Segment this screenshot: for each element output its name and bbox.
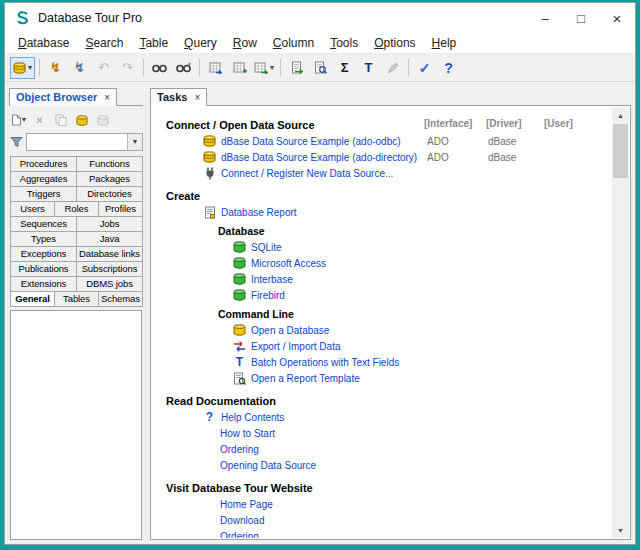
opening-data-source-link[interactable]: Opening Data Source bbox=[220, 460, 316, 471]
category-directories[interactable]: Directories bbox=[76, 186, 143, 202]
refresh-objects-button[interactable] bbox=[94, 112, 111, 129]
category-dbms-jobs[interactable]: DBMS jobs bbox=[76, 276, 143, 292]
sum-button[interactable]: Σ bbox=[333, 57, 356, 79]
category-functions[interactable]: Functions bbox=[76, 156, 143, 172]
command-line-row: T Batch Operations with Text Fields bbox=[166, 354, 611, 370]
lightning-icon: ↯ bbox=[74, 61, 85, 74]
scroll-down-button[interactable]: ▼ bbox=[612, 522, 629, 538]
object-browser-body: ▾ × bbox=[9, 105, 143, 540]
category-tables[interactable]: Tables bbox=[54, 291, 99, 307]
redo-button[interactable]: ↷ bbox=[116, 57, 139, 79]
category-publications[interactable]: Publications bbox=[10, 261, 77, 277]
category-procedures[interactable]: Procedures bbox=[10, 156, 77, 172]
new-object-button[interactable]: ▾ bbox=[10, 112, 27, 129]
create-access-link[interactable]: Microsoft Access bbox=[251, 258, 326, 269]
close-button[interactable]: × bbox=[599, 3, 635, 33]
find-button[interactable] bbox=[148, 57, 171, 79]
filter-row: ▾ bbox=[10, 133, 143, 151]
create-firebird-link[interactable]: Firebird bbox=[251, 290, 285, 301]
undo-button[interactable]: ↶ bbox=[92, 57, 115, 79]
create-sqlite-link[interactable]: SQLite bbox=[251, 242, 282, 253]
databases-button[interactable] bbox=[73, 112, 90, 129]
ordering-link[interactable]: Ordering bbox=[220, 531, 259, 539]
interface-value: ADO bbox=[427, 136, 449, 147]
export-data-button[interactable]: ▾ bbox=[252, 57, 276, 79]
home-page-link[interactable]: Home Page bbox=[220, 499, 273, 510]
menu-tools[interactable]: Tools bbox=[322, 34, 366, 52]
help-button[interactable]: ? bbox=[437, 57, 460, 79]
open-database-link[interactable]: Open a Database bbox=[251, 325, 329, 336]
category-roles[interactable]: Roles bbox=[54, 201, 99, 217]
category-row: Publications Subscriptions bbox=[10, 262, 143, 277]
register-datasource-link[interactable]: Connect / Register New Data Source... bbox=[221, 168, 393, 179]
execute-query-button[interactable]: ↯ bbox=[44, 57, 67, 79]
category-schemas[interactable]: Schemas bbox=[98, 291, 143, 307]
open-data-source-button[interactable]: ▾ bbox=[10, 57, 35, 79]
how-to-start-link[interactable]: How to Start bbox=[220, 428, 275, 439]
category-java[interactable]: Java bbox=[76, 231, 143, 247]
database-report-link[interactable]: Database Report bbox=[221, 207, 297, 218]
export-import-link[interactable]: Export / Import Data bbox=[251, 341, 340, 352]
datasource-link[interactable]: dBase Data Source Example (ado-odbc) bbox=[221, 136, 401, 147]
category-sequences[interactable]: Sequences bbox=[10, 216, 77, 232]
titlebar[interactable]: Database Tour Pro – □ × bbox=[5, 3, 635, 33]
menu-table[interactable]: Table bbox=[131, 34, 176, 52]
category-exceptions[interactable]: Exceptions bbox=[10, 246, 77, 262]
category-subscriptions[interactable]: Subscriptions bbox=[76, 261, 143, 277]
validate-data-button[interactable]: ✓ bbox=[413, 57, 436, 79]
menu-query[interactable]: Query bbox=[176, 34, 225, 52]
combo-dropdown-button[interactable]: ▾ bbox=[127, 134, 142, 150]
create-database-row: SQLite bbox=[166, 239, 611, 255]
menu-search[interactable]: Search bbox=[77, 34, 131, 52]
category-general[interactable]: General bbox=[10, 291, 55, 307]
new-page-icon bbox=[11, 114, 22, 126]
category-types[interactable]: Types bbox=[10, 231, 77, 247]
category-profiles[interactable]: Profiles bbox=[98, 201, 143, 217]
category-jobs[interactable]: Jobs bbox=[76, 216, 143, 232]
filter-funnel-icon bbox=[10, 136, 23, 148]
close-icon[interactable]: × bbox=[104, 92, 110, 103]
menu-help[interactable]: Help bbox=[424, 34, 465, 52]
text-fields-button[interactable]: T bbox=[357, 57, 380, 79]
tab-tasks[interactable]: Tasks × bbox=[150, 88, 207, 106]
copy-table-button[interactable] bbox=[228, 57, 251, 79]
copy-object-button[interactable] bbox=[52, 112, 69, 129]
scroll-up-button[interactable]: ▲ bbox=[612, 107, 629, 123]
import-data-button[interactable] bbox=[204, 57, 227, 79]
edit-button[interactable] bbox=[381, 57, 404, 79]
open-report-template-link[interactable]: Open a Report Template bbox=[251, 373, 360, 384]
datasource-row: dBase Data Source Example (ado-odbc) ADO… bbox=[166, 133, 611, 149]
category-users[interactable]: Users bbox=[10, 201, 55, 217]
object-list[interactable] bbox=[10, 310, 142, 540]
vertical-scrollbar[interactable]: ▲ ▼ bbox=[612, 107, 629, 538]
minimize-button[interactable]: – bbox=[527, 3, 563, 33]
maximize-button[interactable]: □ bbox=[563, 3, 599, 33]
print-preview-button[interactable] bbox=[309, 57, 332, 79]
docs-row: How to Start bbox=[166, 425, 611, 441]
export-file-button[interactable] bbox=[285, 57, 308, 79]
tab-object-browser[interactable]: Object Browser × bbox=[9, 88, 117, 106]
menu-column[interactable]: Column bbox=[265, 34, 322, 52]
pencil-icon bbox=[387, 62, 399, 74]
category-aggregates[interactable]: Aggregates bbox=[10, 171, 77, 187]
help-contents-link[interactable]: Help Contents bbox=[221, 412, 284, 423]
object-filter-combobox[interactable]: ▾ bbox=[26, 133, 143, 151]
scrollbar-thumb[interactable] bbox=[613, 124, 628, 178]
create-interbase-link[interactable]: Interbase bbox=[251, 274, 293, 285]
batch-operations-link[interactable]: Batch Operations with Text Fields bbox=[251, 357, 399, 368]
download-link[interactable]: Download bbox=[220, 515, 264, 526]
ordering-doc-link[interactable]: Ordering bbox=[220, 444, 259, 455]
find-in-data-button[interactable] bbox=[172, 57, 195, 79]
toolbar-separator bbox=[39, 59, 40, 76]
menu-database[interactable]: Database bbox=[10, 34, 77, 52]
menu-row[interactable]: Row bbox=[225, 34, 265, 52]
close-icon[interactable]: × bbox=[194, 92, 200, 103]
category-packages[interactable]: Packages bbox=[76, 171, 143, 187]
execute-script-button[interactable]: ↯ bbox=[68, 57, 91, 79]
category-triggers[interactable]: Triggers bbox=[10, 186, 77, 202]
datasource-link[interactable]: dBase Data Source Example (ado-directory… bbox=[221, 152, 417, 163]
category-extensions[interactable]: Extensions bbox=[10, 276, 77, 292]
menu-options[interactable]: Options bbox=[366, 34, 423, 52]
delete-object-button[interactable]: × bbox=[31, 112, 48, 129]
category-database-links[interactable]: Database links bbox=[76, 246, 143, 262]
